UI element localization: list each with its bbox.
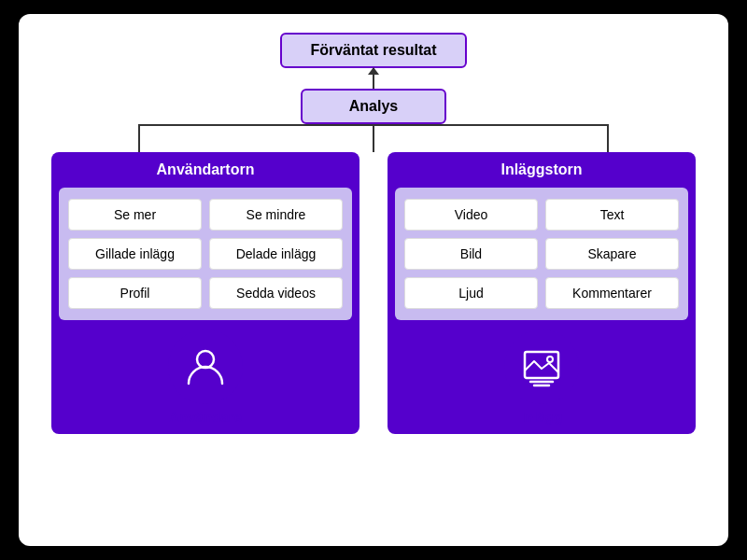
post-tower: Inläggstorn Video Text Bild Skapare Ljud… bbox=[388, 152, 696, 434]
user-tower: Användartorn Se mer Se mindre Gillade in… bbox=[51, 152, 359, 434]
h-line-right bbox=[374, 124, 609, 126]
user-icon-circle bbox=[168, 329, 243, 404]
center-vertical-line bbox=[373, 124, 374, 152]
connection-lines bbox=[47, 124, 700, 152]
forvantat-resultat-label: Förväntat resultat bbox=[310, 42, 436, 58]
h-line-left bbox=[138, 124, 374, 126]
cell-profil: Profil bbox=[68, 277, 202, 309]
analys-label: Analys bbox=[349, 98, 398, 114]
cell-se-mer: Se mer bbox=[68, 199, 202, 231]
svg-point-2 bbox=[547, 357, 553, 362]
v-line-left bbox=[138, 124, 140, 152]
user-tower-title: Användartorn bbox=[157, 152, 255, 188]
cell-sedda-videos: Sedda videos bbox=[209, 277, 343, 309]
user-tower-bottom: Användare bbox=[168, 320, 243, 425]
towers-row: Användartorn Se mer Se mindre Gillade in… bbox=[47, 152, 700, 434]
post-icon-label: Inlägg bbox=[521, 409, 562, 425]
post-tower-inner: Video Text Bild Skapare Ljud Kommentarer bbox=[395, 188, 688, 320]
image-icon bbox=[519, 344, 564, 389]
forvantat-resultat-box: Förväntat resultat bbox=[280, 33, 466, 68]
post-tower-title: Inläggstorn bbox=[500, 152, 582, 188]
cell-bild: Bild bbox=[404, 238, 538, 270]
user-icon-label: Användare bbox=[169, 409, 242, 425]
v-line-right bbox=[607, 124, 609, 152]
arrow-up bbox=[373, 68, 374, 89]
cell-delade-inlagg: Delade inlägg bbox=[209, 238, 343, 270]
cell-skapare: Skapare bbox=[545, 238, 679, 270]
cell-ljud: Ljud bbox=[404, 277, 538, 309]
cell-text: Text bbox=[545, 199, 679, 231]
cell-kommentarer: Kommentarer bbox=[545, 277, 679, 309]
diagram: Förväntat resultat Analys Användartorn S… bbox=[19, 14, 728, 546]
cell-se-mindre: Se mindre bbox=[209, 199, 343, 231]
cell-gillade-inlagg: Gillade inlägg bbox=[68, 238, 202, 270]
post-tower-bottom: Inlägg bbox=[504, 320, 579, 425]
user-tower-inner: Se mer Se mindre Gillade inlägg Delade i… bbox=[59, 188, 352, 320]
analys-box: Analys bbox=[301, 89, 446, 124]
post-icon-circle bbox=[504, 329, 579, 404]
person-icon bbox=[183, 344, 228, 389]
cell-video: Video bbox=[404, 199, 538, 231]
svg-point-0 bbox=[197, 351, 214, 368]
